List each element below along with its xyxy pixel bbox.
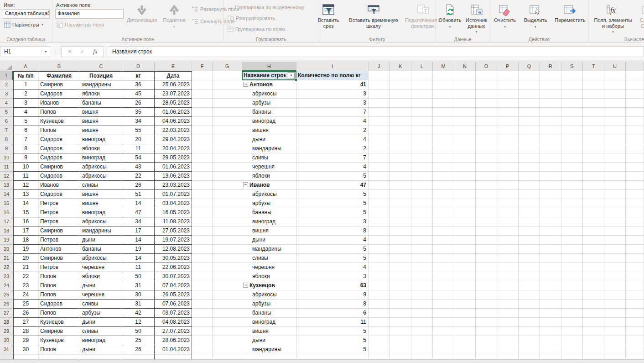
cell-R21[interactable]	[540, 254, 561, 263]
cell-K20[interactable]	[390, 245, 411, 254]
row-header-10[interactable]: 10	[0, 153, 13, 163]
cell-A28[interactable]: 27	[13, 318, 38, 327]
pivot-value-cell[interactable]: 7	[296, 108, 369, 117]
cell-T7[interactable]	[583, 126, 604, 135]
cell-D29[interactable]: 50	[122, 327, 155, 336]
cell-O28[interactable]	[476, 318, 497, 327]
cell-M17[interactable]	[433, 217, 454, 226]
cell-P11[interactable]	[497, 163, 519, 172]
cell-D25[interactable]: 30	[122, 290, 155, 300]
cell-U26[interactable]	[604, 300, 626, 309]
cell-B17[interactable]: Петров	[38, 217, 80, 226]
active-field-input[interactable]: Фамилия	[55, 9, 124, 19]
cell-K2[interactable]	[390, 80, 411, 89]
cell-E26[interactable]: 07.06.2023	[155, 300, 192, 309]
cell-N12[interactable]	[454, 172, 476, 181]
pivot-value-cell[interactable]: 5	[296, 199, 369, 208]
cell-F22[interactable]	[192, 263, 213, 272]
cell-S17[interactable]	[561, 217, 583, 226]
pivot-item-label[interactable]: виноград	[242, 318, 296, 327]
cell-B9[interactable]: Сидоров	[38, 144, 80, 153]
cell-S22[interactable]	[561, 263, 583, 272]
column-header-O[interactable]: O	[476, 62, 497, 71]
cell-E5[interactable]: 01.06.2023	[155, 108, 192, 117]
cell-J4[interactable]	[369, 99, 390, 108]
cell-P27[interactable]	[497, 309, 519, 318]
cell-Q21[interactable]	[519, 254, 540, 263]
cell-D30[interactable]: 25	[122, 336, 155, 345]
cell-O23[interactable]	[476, 272, 497, 281]
pivot-item-label[interactable]: мандарины	[242, 144, 296, 153]
pivot-value-cell[interactable]: 47	[296, 181, 369, 190]
cell-U23[interactable]	[604, 272, 626, 281]
cell-L4[interactable]	[411, 99, 433, 108]
cell-J3[interactable]	[369, 89, 390, 99]
cell-T6[interactable]	[583, 117, 604, 126]
pivot-value-cell[interactable]: 4	[296, 117, 369, 126]
cell-O9[interactable]	[476, 144, 497, 153]
row-header-2[interactable]: 2	[0, 80, 13, 89]
cell-U7[interactable]	[604, 126, 626, 135]
pivot-value-cell[interactable]: 5	[296, 327, 369, 336]
cell-U4[interactable]	[604, 99, 626, 108]
cell-L22[interactable]	[411, 263, 433, 272]
column-header-M[interactable]: M	[433, 62, 454, 71]
cell-P1[interactable]	[497, 71, 519, 80]
row-header-21[interactable]: 21	[0, 254, 13, 263]
cell-T10[interactable]	[583, 153, 604, 163]
cell-K14[interactable]	[390, 190, 411, 199]
pivot-value-cell[interactable]: 3	[296, 99, 369, 108]
cell-S6[interactable]	[561, 117, 583, 126]
cell-L13[interactable]	[411, 181, 433, 190]
row-header-20[interactable]: 20	[0, 245, 13, 254]
cell-R30[interactable]	[540, 336, 561, 345]
cell-O16[interactable]	[476, 208, 497, 217]
cell-edge3[interactable]	[626, 89, 644, 99]
cell-P16[interactable]	[497, 208, 519, 217]
cell-partial[interactable]	[454, 354, 476, 359]
cell-Q11[interactable]	[519, 163, 540, 172]
row-header-partial[interactable]	[0, 354, 13, 359]
cell-A20[interactable]: 19	[13, 245, 38, 254]
cell-U3[interactable]	[604, 89, 626, 99]
cell-F5[interactable]	[192, 108, 213, 117]
cell-edge15[interactable]	[626, 199, 644, 208]
cell-G10[interactable]	[213, 153, 242, 163]
row-header-29[interactable]: 29	[0, 327, 13, 336]
cell-P22[interactable]	[497, 263, 519, 272]
cell-P19[interactable]	[497, 236, 519, 245]
cell-G7[interactable]	[213, 126, 242, 135]
cell-S30[interactable]	[561, 336, 583, 345]
cell-D13[interactable]: 26	[122, 181, 155, 190]
cell-edge16[interactable]	[626, 208, 644, 217]
cell-partial[interactable]	[411, 354, 433, 359]
cell-J12[interactable]	[369, 172, 390, 181]
cell-M5[interactable]	[433, 108, 454, 117]
cell-S4[interactable]	[561, 99, 583, 108]
cell-B23[interactable]: Попов	[38, 272, 80, 281]
cell-D3[interactable]: 45	[122, 89, 155, 99]
cell-P25[interactable]	[497, 290, 519, 300]
cell-D31[interactable]: 26	[122, 345, 155, 354]
cell-F11[interactable]	[192, 163, 213, 172]
pivot-item-label[interactable]: яблоки	[242, 172, 296, 181]
cell-S23[interactable]	[561, 272, 583, 281]
cell-L7[interactable]	[411, 126, 433, 135]
cell-S27[interactable]	[561, 309, 583, 318]
cell-N26[interactable]	[454, 300, 476, 309]
row-header-16[interactable]: 16	[0, 208, 13, 217]
cell-O24[interactable]	[476, 281, 497, 290]
cell-J8[interactable]	[369, 135, 390, 144]
cell-G4[interactable]	[213, 99, 242, 108]
cell-D23[interactable]: 50	[122, 272, 155, 281]
cell-L1[interactable]	[411, 71, 433, 80]
cell-J2[interactable]	[369, 80, 390, 89]
cell-F23[interactable]	[192, 272, 213, 281]
cell-U16[interactable]	[604, 208, 626, 217]
cell-U24[interactable]	[604, 281, 626, 290]
cell-S24[interactable]	[561, 281, 583, 290]
name-box-caret-icon[interactable]: ▼	[42, 50, 50, 53]
cell-R2[interactable]	[540, 80, 561, 89]
column-header-D[interactable]: D	[122, 62, 155, 71]
cell-G11[interactable]	[213, 163, 242, 172]
